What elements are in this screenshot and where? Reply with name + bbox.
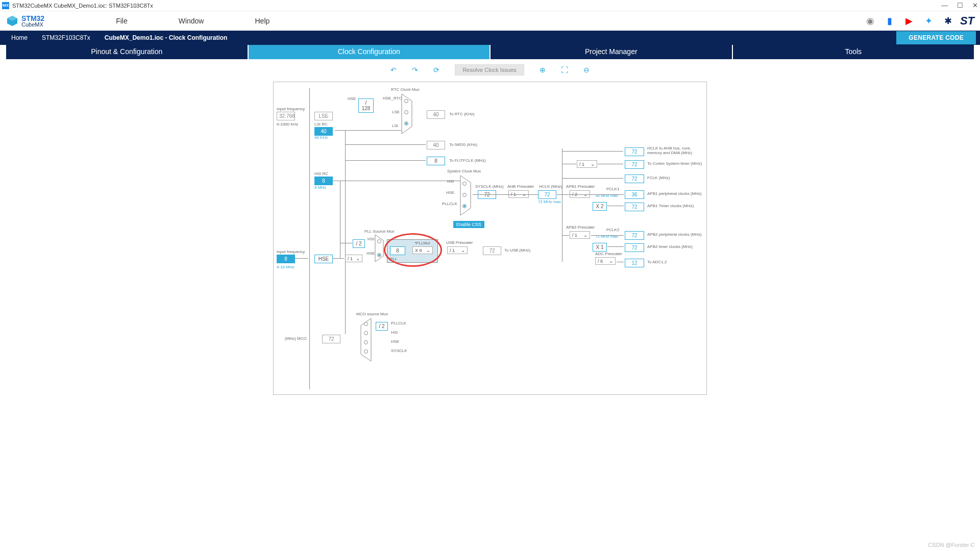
- window-titlebar: MX STM32CubeMX CubeMX_Demo1.ioc: STM32F1…: [0, 0, 980, 11]
- close-icon[interactable]: ✕: [972, 2, 978, 9]
- tab-project[interactable]: Project Manager: [491, 45, 732, 59]
- pll-hse: HSE: [366, 251, 375, 256]
- badge-icon[interactable]: ◉: [864, 15, 877, 27]
- x1-box: X 1: [593, 243, 607, 252]
- usb-prescaler[interactable]: / 1: [447, 246, 468, 254]
- generate-code-button[interactable]: GENERATE CODE: [896, 31, 976, 44]
- out-cortex: 72: [625, 160, 644, 169]
- lse-box: LSE: [314, 112, 333, 120]
- apb1-pre-l: APB1 Prescaler: [566, 184, 595, 189]
- out-hclk-ahb: 72: [625, 147, 644, 156]
- pclk1: PCLK1: [606, 187, 619, 191]
- lsirc-label: LSI RC: [314, 122, 328, 127]
- pll-div2: / 2: [353, 239, 365, 248]
- lse-input[interactable]: 32.768: [277, 112, 295, 120]
- fit-icon[interactable]: ⛶: [561, 66, 568, 74]
- enable-css-button[interactable]: Enable CSS: [453, 221, 484, 228]
- refresh-icon[interactable]: ⟳: [433, 66, 439, 74]
- adc-prescaler[interactable]: / 6: [595, 257, 616, 265]
- maximize-icon[interactable]: ☐: [957, 2, 963, 9]
- mco-lbl: (MHz) MCO: [285, 336, 307, 341]
- pll-hsi: HSI: [368, 237, 374, 241]
- to-flit: To FLITFCLK (MHz): [449, 158, 486, 163]
- lse-range: 0-1000 KHz: [277, 122, 298, 127]
- hclk-val[interactable]: 72: [538, 190, 556, 199]
- facebook-icon[interactable]: ▮: [883, 15, 896, 27]
- ahb-div2[interactable]: / 1: [577, 160, 597, 168]
- sys-radio-pll[interactable]: [462, 204, 467, 208]
- clock-diagram: Input frequency 32.768 0-1000 KHz LSE LS…: [273, 82, 707, 395]
- usb-pre-l: USB Prescaler: [446, 240, 473, 245]
- svg-marker-4: [375, 235, 383, 262]
- zoom-in-icon[interactable]: ⊕: [540, 66, 546, 74]
- pll-src-mux[interactable]: [375, 234, 384, 262]
- twitter-icon[interactable]: ✦: [922, 15, 935, 27]
- app-icon: MX: [2, 2, 9, 9]
- hse-div[interactable]: / 1: [345, 255, 362, 262]
- main-tabs: Pinout & Configuration Clock Configurati…: [6, 45, 974, 59]
- out-apb2p: 72: [625, 231, 644, 240]
- sys-radio-hse[interactable]: [462, 193, 467, 197]
- out-cortex-l: To Cortex System timer (MHz): [647, 161, 702, 166]
- redo-icon[interactable]: ↷: [412, 66, 418, 74]
- pll-radio-hsi[interactable]: [377, 239, 381, 243]
- rtc-radio-lsi[interactable]: [404, 121, 408, 126]
- lse-freq-label: Input frequency: [277, 107, 305, 111]
- crumb-file[interactable]: CubeMX_Demo1.ioc - Clock Configuration: [97, 31, 235, 45]
- pll-radio-hse[interactable]: [377, 253, 381, 257]
- sys-radio-hsi[interactable]: [462, 182, 467, 186]
- rtc-radio-hse[interactable]: [404, 99, 408, 103]
- hclk-lbl: HCLK (MHz): [539, 184, 562, 189]
- sys-pllclk: PLLCLK: [442, 202, 457, 206]
- sys-mux-label: System Clock Mux: [447, 169, 481, 173]
- flit-val: 8: [427, 157, 445, 165]
- tab-pinout[interactable]: Pinout & Configuration: [6, 45, 248, 59]
- tab-tools[interactable]: Tools: [733, 45, 974, 59]
- mco-pllclk: PLLCLK: [391, 321, 406, 325]
- toolbar: ↶ ↷ ⟳ Resolve Clock Issues ⊕ ⛶ ⊖: [0, 62, 980, 78]
- to-rtc: To RTC (KHz): [449, 112, 475, 116]
- hse-freq-label: Input frequency: [277, 249, 305, 254]
- out-apb2p-l: APB2 peripheral clocks (MHz): [647, 232, 702, 237]
- undo-icon[interactable]: ↶: [390, 66, 397, 74]
- to-usb: To USB (MHz): [504, 248, 530, 253]
- div128: / 128: [358, 98, 374, 113]
- pll-src-label: PLL Source Mux: [364, 229, 395, 234]
- mco-div2: / 2: [376, 322, 388, 331]
- lsi-l: LSI: [392, 123, 398, 128]
- menu-help[interactable]: Help: [255, 17, 270, 25]
- cube-icon: [6, 15, 18, 27]
- out-adc-l: To ADC1,2: [647, 260, 667, 264]
- mco-r1[interactable]: [364, 322, 368, 326]
- resolve-clock-button[interactable]: Resolve Clock Issues: [455, 64, 524, 76]
- hse-box: HSE: [314, 255, 333, 263]
- mco-label: MCO source Mux: [356, 312, 388, 316]
- st-logo-icon[interactable]: ST: [961, 15, 974, 27]
- youtube-icon[interactable]: ▶: [902, 15, 916, 27]
- lsi-hz: 40 KHz: [314, 135, 328, 140]
- mco-r3[interactable]: [364, 340, 368, 344]
- social-links: ◉ ▮ ▶ ✦ ✱ ST: [864, 15, 974, 27]
- network-icon[interactable]: ✱: [941, 15, 954, 27]
- hse-input[interactable]: 8: [277, 255, 295, 263]
- hsi-val: 8: [314, 177, 333, 185]
- tab-clock[interactable]: Clock Configuration: [249, 45, 490, 59]
- rtc-radio-lse[interactable]: [404, 110, 408, 114]
- out-hclk-ahb-l: HCLK to AHB bus, core, memory and DMA (M…: [647, 146, 703, 155]
- sys-hsi: HSI: [447, 179, 454, 184]
- mco-r4[interactable]: [364, 349, 368, 354]
- menu-bar: File Window Help: [116, 17, 270, 25]
- minimize-icon[interactable]: —: [941, 2, 948, 9]
- sys-hse: HSE: [446, 190, 454, 195]
- out-apb1p-l: APB1 peripheral clocks (MHz): [647, 191, 702, 196]
- menu-file[interactable]: File: [116, 17, 128, 25]
- crumb-chip[interactable]: STM32F103C8Tx: [35, 31, 97, 45]
- mco-r2[interactable]: [364, 331, 368, 335]
- iwdg-val: 40: [427, 141, 445, 149]
- watermark: CSDN @Forster-C: [928, 542, 975, 548]
- adc-pre-l: ADC Prescaler: [595, 252, 622, 256]
- apb2-prescaler[interactable]: / 1: [570, 231, 590, 239]
- zoom-out-icon[interactable]: ⊖: [583, 66, 590, 74]
- menu-window[interactable]: Window: [179, 17, 204, 25]
- crumb-home[interactable]: Home: [4, 31, 35, 45]
